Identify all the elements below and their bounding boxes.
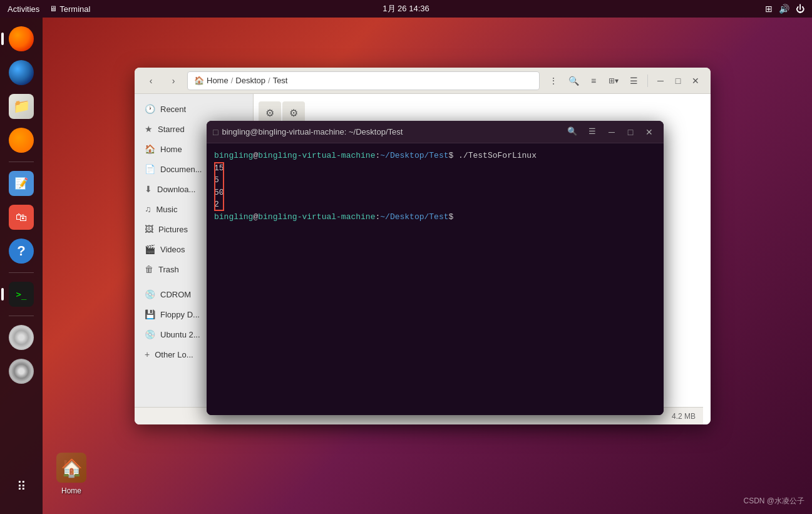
videos-icon: 🎬 (145, 244, 155, 254)
fm-sep2: / (268, 76, 270, 85)
terminal-app-label[interactable]: 🖥 Terminal (49, 4, 90, 14)
cdrom-icon: 💿 (145, 289, 155, 299)
dock-item-thunderbird[interactable] (6, 58, 36, 88)
fm-view-list-button[interactable]: ≡ (585, 72, 602, 90)
fm-sep1: / (231, 76, 234, 85)
other-icon: + (145, 349, 150, 359)
activities-label[interactable]: Activities (8, 4, 39, 14)
fm-forward-button[interactable]: › (165, 72, 182, 90)
dock-show-apps[interactable]: ⠿ (6, 471, 36, 501)
fm-breadcrumb-folder: Test (273, 76, 288, 85)
pictures-icon: 🖼 (145, 224, 153, 234)
dock-separator (9, 162, 34, 162)
term-title-icon: □ (213, 127, 218, 137)
topbar: Activities 🖥 Terminal 1月 26 14:36 ⊞ 🔊 ⏻ (0, 0, 812, 18)
watermark: CSDN @水凌公子 (743, 496, 804, 506)
floppy-icon: 💾 (145, 309, 155, 319)
term-titlebar: □ bingling@bingling-virtual-machine: ~/D… (207, 121, 664, 143)
dock-item-text[interactable]: 📝 (6, 168, 36, 198)
dock-item-cd[interactable] (6, 322, 36, 352)
downloads-icon: ⬇ (145, 184, 152, 194)
fm-back-button[interactable]: ‹ (142, 72, 160, 90)
trash-icon: 🗑 (145, 264, 153, 274)
term-window-controls: 🔍 ☰ ─ □ ✕ (563, 124, 657, 140)
term-close-button[interactable]: ✕ (641, 124, 657, 140)
fm-address-bar[interactable]: 🏠 Home / Desktop / Test (187, 71, 540, 90)
term-minimize-button[interactable]: ─ (604, 124, 620, 140)
music-icon: ♫ (145, 204, 152, 214)
term-output-2: 2 (214, 198, 224, 211)
desktop-icon-label: Home (61, 486, 81, 495)
term-output-50: 50 (214, 187, 224, 199)
documents-icon: 📄 (145, 164, 155, 174)
terminal-window: □ bingling@bingling-virtual-machine: ~/D… (207, 121, 664, 415)
fm-breadcrumb-desktop: Desktop (235, 76, 265, 85)
dock-item-firefox[interactable] (6, 24, 36, 54)
fm-view-grid-button[interactable]: ⊞▾ (605, 72, 622, 90)
dock-item-rhythmbox[interactable] (6, 125, 36, 155)
network-icon: ⊞ (765, 4, 773, 14)
fm-maximize-button[interactable]: □ (671, 73, 686, 88)
home-icon: 🏠 (145, 144, 155, 154)
fm-search-button[interactable]: 🔍 (565, 72, 582, 90)
desktop: 📁 📝 🛍 ? >_ ⠿ ‹ › (0, 18, 812, 514)
dock: 📁 📝 🛍 ? >_ ⠿ (0, 18, 43, 514)
fm-breadcrumb-home: Home (207, 76, 229, 85)
fm-minimize-button[interactable]: ─ (653, 73, 668, 88)
term-title: bingling@bingling-virtual-machine: ~/Des… (222, 127, 403, 136)
datetime: 1月 26 14:36 (383, 4, 429, 13)
term-menu-button[interactable]: ☰ (583, 124, 601, 139)
dock-item-help[interactable]: ? (6, 236, 36, 266)
dock-item-terminal[interactable]: >_ (6, 279, 36, 309)
fm-menu-button[interactable]: ⋮ (545, 72, 562, 90)
sidebar-item-recent[interactable]: 🕐 Recent (137, 99, 250, 119)
dock-item-files[interactable]: 📁 (6, 91, 36, 121)
term-search-button[interactable]: 🔍 (563, 124, 581, 139)
term-body[interactable]: bingling@bingling-virtual-machine:~/Desk… (207, 143, 664, 415)
volume-icon[interactable]: 🔊 (779, 4, 789, 14)
term-maximize-button[interactable]: □ (622, 124, 639, 140)
power-icon[interactable]: ⏻ (796, 4, 804, 14)
term-line-prompt2: bingling@bingling-virtual-machine:~/Desk… (214, 211, 656, 224)
ubuntu-icon: 💿 (145, 329, 155, 339)
dock-item-cd2[interactable] (6, 356, 36, 386)
fm-close-button[interactable]: ✕ (688, 73, 703, 88)
desktop-home-icon[interactable]: 🏠 Home (56, 453, 86, 495)
fm-compact-button[interactable]: ☰ (625, 72, 642, 90)
term-output-15: 15 (214, 162, 224, 175)
starred-icon: ★ (145, 124, 153, 134)
recent-icon: 🕐 (145, 104, 155, 114)
term-line-command: bingling@bingling-virtual-machine:~/Desk… (214, 150, 656, 162)
dock-item-software[interactable]: 🛍 (6, 202, 36, 232)
dock-separator-3 (9, 316, 34, 316)
fm-status-size: 4.2 MB (672, 412, 696, 421)
home-folder-image: 🏠 (56, 453, 86, 483)
dock-separator-2 (9, 272, 34, 273)
fm-titlebar: ‹ › 🏠 Home / Desktop / Test ⋮ 🔍 ≡ ⊞▾ ☰ ─… (135, 68, 711, 94)
term-output-5: 5 (214, 174, 224, 187)
